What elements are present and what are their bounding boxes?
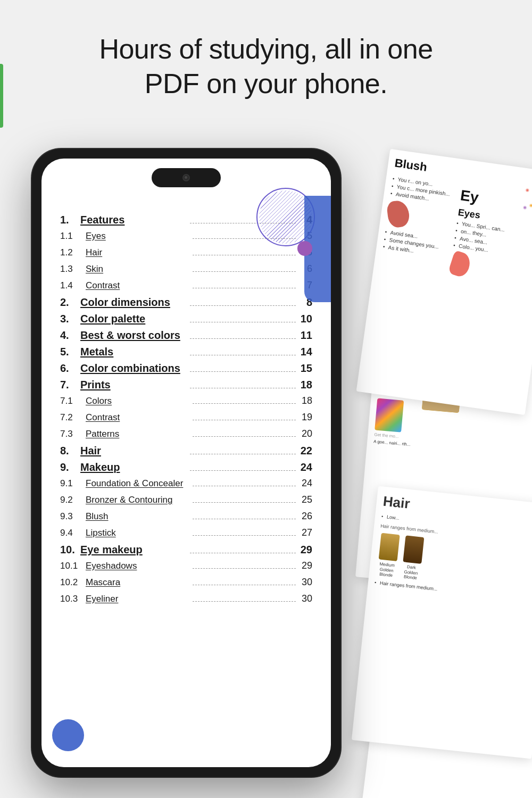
toc-num: 7.1 — [60, 396, 86, 406]
toc-item-2[interactable]: 2. Color dimensions 8 — [60, 296, 312, 309]
toc-item-7-3[interactable]: 7.3 Patterns 20 — [60, 428, 312, 439]
toc-label: Eye makeup — [80, 544, 187, 556]
doc-page-hair: Hair Low... Hair ranges from medium... M… — [352, 486, 532, 759]
toc-item-9[interactable]: 9. Makeup 24 — [60, 461, 312, 473]
toc-dots — [190, 470, 296, 471]
toc-page: 29 — [299, 544, 312, 556]
toc-item-10-1[interactable]: 10.1 Eyeshadows 29 — [60, 560, 312, 571]
toc-label: Hair — [80, 445, 187, 457]
toc-dots — [190, 322, 296, 322]
toc-dots — [190, 338, 296, 339]
toc-num: 4. — [60, 329, 80, 342]
toc-label: Eyeliner — [86, 594, 189, 604]
toc-page: 11 — [299, 329, 312, 342]
toc-label: Prints — [80, 379, 187, 391]
toc-item-1-2[interactable]: 1.2 Hair 5 — [60, 247, 312, 258]
toc-item-9-3[interactable]: 9.3 Blush 26 — [60, 511, 312, 522]
toc-page: 15 — [299, 362, 312, 375]
toc-dots — [193, 436, 296, 437]
toc-num: 7.2 — [60, 412, 86, 423]
camera-notch — [152, 168, 221, 187]
toc-dots — [193, 502, 296, 503]
toc-item-9-1[interactable]: 9.1 Foundation & Concealer 24 — [60, 478, 312, 489]
toc-label: Patterns — [86, 429, 189, 439]
toc-num: 9.1 — [60, 478, 86, 489]
toc-label: Bronzer & Contouring — [86, 495, 189, 505]
toc-item-7-1[interactable]: 7.1 Colors 18 — [60, 395, 312, 406]
toc-page: 27 — [299, 527, 312, 538]
toc-item-9-2[interactable]: 9.2 Bronzer & Contouring 25 — [60, 494, 312, 505]
toc-dots — [193, 255, 296, 255]
phone-device: 1. Features 4 1.1 Eyes 5 1.2 Hair 5 — [32, 149, 340, 777]
toc-page: 30 — [299, 593, 312, 604]
bottom-circle-deco — [52, 719, 84, 751]
toc-item-10[interactable]: 10. Eye makeup 29 — [60, 544, 312, 556]
toc-label: Color combinations — [80, 362, 187, 375]
background-documents: Blush You r... on yo... You c... more pi… — [309, 149, 532, 777]
toc-page: 19 — [299, 412, 312, 423]
toc-dots — [190, 355, 296, 355]
toc-page: 22 — [299, 445, 312, 457]
toc-label: Color palette — [80, 313, 187, 325]
toc-num: 7.3 — [60, 429, 86, 439]
toc-label: Makeup — [80, 461, 187, 473]
toc-page: 14 — [299, 346, 312, 358]
toc-dots — [190, 371, 296, 372]
toc-num: 10.3 — [60, 594, 86, 604]
toc-num: 1.3 — [60, 264, 86, 275]
toc-label: Foundation & Concealer — [86, 478, 189, 489]
toc-dots — [193, 486, 296, 486]
dots-pattern — [518, 184, 532, 217]
hair-swatch-label: Medium Golden Blonde — [375, 561, 398, 579]
toc-num: 9.2 — [60, 495, 86, 505]
toc-dots — [193, 403, 296, 404]
toc-num: 9.3 — [60, 511, 86, 522]
toc-item-10-2[interactable]: 10.2 Mascara 30 — [60, 577, 312, 588]
toc-num: 1.2 — [60, 247, 86, 258]
toc-dots — [190, 388, 296, 388]
page-title: Hours of studying, all in one PDF on you… — [43, 32, 489, 101]
toc-item-1-4[interactable]: 1.4 Contrast 7 — [60, 280, 312, 291]
toc-item-10-3[interactable]: 10.3 Eyeliner 30 — [60, 593, 312, 604]
toc-label: Best & worst colors — [80, 329, 187, 342]
toc-dots — [190, 305, 296, 306]
toc-item-3[interactable]: 3. Color palette 10 — [60, 313, 312, 325]
toc-page: 24 — [299, 478, 312, 489]
toc-page: 10 — [299, 313, 312, 325]
toc-dots — [193, 601, 296, 602]
toc-dots — [193, 535, 296, 536]
toc-dots — [193, 288, 296, 288]
toc-item-6[interactable]: 6. Color combinations 15 — [60, 362, 312, 375]
toc-page: 30 — [299, 577, 312, 588]
toc-item-7-2[interactable]: 7.2 Contrast 19 — [60, 412, 312, 423]
toc-page: 25 — [299, 494, 312, 505]
toc-dots — [193, 420, 296, 420]
toc-num: 6. — [60, 362, 80, 375]
toc-item-7[interactable]: 7. Prints 18 — [60, 379, 312, 391]
toc-page: 18 — [299, 379, 312, 391]
toc-dots — [193, 585, 296, 585]
phone-frame: 1. Features 4 1.1 Eyes 5 1.2 Hair 5 — [32, 149, 340, 777]
header: Hours of studying, all in one PDF on you… — [0, 0, 532, 122]
toc-item-9-4[interactable]: 9.4 Lipstick 27 — [60, 527, 312, 538]
toc-label: Color dimensions — [80, 296, 187, 309]
phone-screen: 1. Features 4 1.1 Eyes 5 1.2 Hair 5 — [41, 159, 331, 767]
toc-num: 1. — [60, 214, 80, 226]
toc-page: 20 — [299, 428, 312, 439]
toc-label: Blush — [86, 511, 189, 522]
doc-eyes-title: Ey — [459, 187, 510, 210]
toc-item-8[interactable]: 8. Hair 22 — [60, 445, 312, 457]
camera-lens — [182, 174, 190, 181]
toc-item-1-3[interactable]: 1.3 Skin 6 — [60, 263, 312, 275]
toc-page: 26 — [299, 511, 312, 522]
toc-num: 9. — [60, 461, 80, 473]
toc-label: Features — [80, 214, 187, 226]
toc-item-4[interactable]: 4. Best & worst colors 11 — [60, 329, 312, 342]
toc-item-5[interactable]: 5. Metals 14 — [60, 346, 312, 358]
toc-label: Contrast — [86, 412, 189, 423]
toc-dots — [190, 553, 296, 553]
green-accent-bar — [0, 64, 3, 128]
toc-dots — [190, 454, 296, 454]
toc-page: 18 — [299, 395, 312, 406]
toc-dots — [193, 568, 296, 569]
